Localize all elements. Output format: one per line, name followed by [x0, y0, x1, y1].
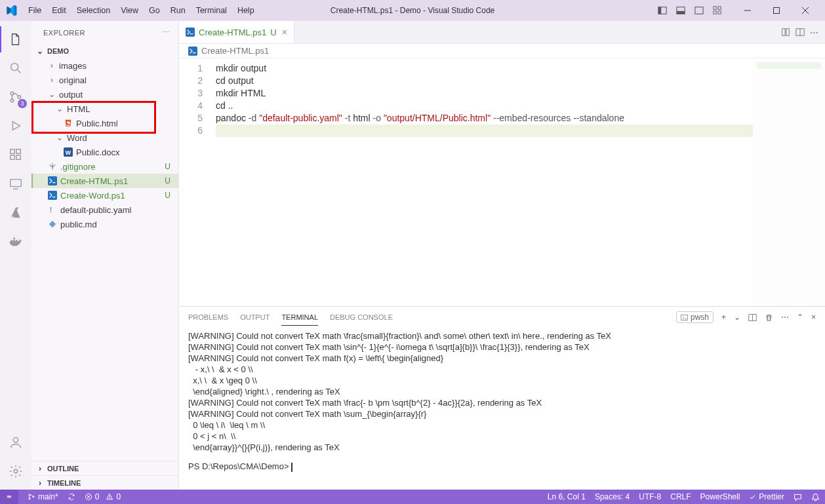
svg-point-48 — [29, 498, 30, 499]
explorer-more-icon[interactable]: ⋯ — [162, 28, 170, 37]
breadcrumb[interactable]: Create-HTML.ps1 — [179, 44, 825, 58]
svg-point-15 — [10, 92, 14, 95]
svg-point-47 — [29, 494, 30, 495]
minimize-button[interactable] — [733, 0, 762, 21]
menu-file[interactable]: File — [24, 3, 46, 18]
panel-tab-debug-console[interactable]: DEBUG CONSOLE — [330, 309, 393, 325]
compare-icon[interactable] — [781, 28, 790, 37]
scm-badge: 3 — [18, 99, 27, 108]
svg-point-30 — [13, 438, 18, 442]
menu-run[interactable]: Run — [166, 3, 190, 18]
remote-explorer-activity[interactable] — [0, 169, 31, 198]
code-editor[interactable]: 123456 mkdir output cd output mkdir HTML… — [179, 58, 825, 306]
kill-terminal-icon[interactable] — [765, 313, 773, 322]
item-label: output — [59, 90, 83, 100]
item-label: original — [59, 75, 87, 85]
git-branch[interactable]: main* — [28, 492, 58, 501]
remote-indicator[interactable] — [0, 490, 18, 504]
terminal-shell-selector[interactable]: pwsh — [676, 311, 714, 323]
chevron-right-icon: › — [47, 61, 56, 70]
folder-word[interactable]: ⌄Word — [31, 130, 178, 145]
menu-selection[interactable]: Selection — [72, 3, 115, 18]
menu-help[interactable]: Help — [233, 3, 259, 18]
folder-html[interactable]: ⌄HTML — [31, 102, 178, 116]
encoding-status[interactable]: UTF-8 — [639, 492, 661, 501]
layout-bottom-icon[interactable] — [673, 3, 689, 18]
docker-activity[interactable] — [0, 227, 31, 256]
close-tab-icon[interactable]: × — [282, 27, 287, 37]
terminal-prompt[interactable]: PS D:\Repos\CMA\Demo> — [188, 461, 816, 472]
file-public-docx[interactable]: WPublic.docx — [31, 145, 178, 159]
panel-tab-terminal[interactable]: TERMINAL — [281, 309, 318, 326]
terminal-dropdown-icon[interactable]: ⌄ — [734, 313, 740, 322]
svg-text:!: ! — [50, 206, 52, 214]
folder-original[interactable]: ›original — [31, 73, 178, 87]
prettier-status[interactable]: Prettier — [749, 492, 784, 501]
cursor-position[interactable]: Ln 6, Col 1 — [548, 492, 586, 501]
folder-output[interactable]: ⌄output — [31, 87, 178, 102]
notifications-icon[interactable] — [811, 493, 820, 501]
workspace-name: DEMO — [47, 47, 69, 55]
tab-create-html[interactable]: Create-HTML.ps1 U × — [179, 21, 294, 43]
svg-rect-43 — [188, 47, 197, 56]
svg-rect-4 — [695, 7, 703, 14]
svg-point-16 — [10, 99, 14, 102]
status-bar: main* 0 0 Ln 6, Col 1 Spaces: 4 UTF-8 CR… — [0, 490, 825, 504]
feedback-icon[interactable] — [794, 493, 802, 501]
account-activity[interactable] — [0, 428, 31, 457]
settings-activity[interactable] — [0, 457, 31, 486]
ps-icon — [47, 176, 58, 186]
more-actions-icon[interactable]: ⋯ — [810, 28, 818, 37]
svg-point-34 — [51, 165, 54, 168]
svg-rect-39 — [782, 29, 785, 36]
file-public-md[interactable]: public.md — [31, 217, 178, 231]
menu-view[interactable]: View — [116, 3, 143, 18]
eol-status[interactable]: CRLF — [670, 492, 691, 501]
new-terminal-icon[interactable]: + — [721, 313, 726, 322]
outline-section[interactable]: › OUTLINE — [31, 461, 178, 475]
language-mode[interactable]: PowerShell — [700, 492, 740, 501]
split-terminal-icon[interactable] — [748, 313, 757, 322]
terminal-output[interactable]: [WARNING] Could not convert TeX math \fr… — [179, 328, 825, 490]
maximize-button[interactable] — [762, 0, 791, 21]
explorer-activity[interactable] — [0, 25, 31, 54]
panel-more-icon[interactable]: ⋯ — [781, 313, 789, 322]
panel-tabs: PROBLEMSOUTPUTTERMINALDEBUG CONSOLE pwsh… — [179, 307, 825, 328]
close-panel-icon[interactable]: × — [811, 313, 816, 322]
folder-images[interactable]: ›images — [31, 58, 178, 73]
split-editor-icon[interactable] — [795, 28, 805, 37]
panel-tab-output[interactable]: OUTPUT — [240, 309, 270, 325]
svg-rect-29 — [13, 238, 15, 240]
svg-point-13 — [11, 64, 18, 71]
sync-status[interactable] — [68, 493, 75, 501]
file-default-public-yaml[interactable]: !default-public.yaml — [31, 203, 178, 217]
minimap[interactable] — [753, 58, 825, 306]
extensions-activity[interactable] — [0, 140, 31, 169]
menu-go[interactable]: Go — [144, 3, 165, 18]
timeline-section[interactable]: › TIMELINE — [31, 475, 178, 490]
debug-activity[interactable] — [0, 111, 31, 140]
maximize-panel-icon[interactable]: ⌃ — [797, 313, 803, 322]
close-window-button[interactable] — [791, 0, 820, 21]
menu-edit[interactable]: Edit — [47, 3, 71, 18]
indentation-status[interactable]: Spaces: 4 — [595, 492, 630, 501]
editor-tabs: Create-HTML.ps1 U × ⋯ — [179, 21, 825, 44]
azure-activity[interactable] — [0, 198, 31, 227]
file-create-html-ps1[interactable]: Create-HTML.ps1U — [31, 174, 178, 188]
layout-customize-icon[interactable] — [710, 3, 725, 18]
scm-activity[interactable]: 3 — [0, 83, 31, 111]
layout-right-icon[interactable] — [691, 3, 707, 18]
file-create-word-ps1[interactable]: Create-Word.ps1U — [31, 188, 178, 203]
explorer-section-header[interactable]: ⌄ DEMO — [31, 44, 178, 58]
layout-left-icon[interactable] — [654, 3, 670, 18]
window-title: Create-HTML.ps1 - Demo - Visual Studio C… — [331, 6, 495, 15]
menu-terminal[interactable]: Terminal — [191, 3, 231, 18]
problems-status[interactable]: 0 0 — [85, 492, 121, 501]
file-public-html[interactable]: Public.html — [31, 116, 178, 130]
svg-rect-1 — [658, 7, 661, 14]
file--gitignore[interactable]: .gitignoreU — [31, 159, 178, 174]
svg-rect-10 — [774, 8, 780, 14]
panel-tab-problems[interactable]: PROBLEMS — [188, 309, 228, 325]
yaml-icon: ! — [47, 204, 58, 215]
search-activity[interactable] — [0, 54, 31, 83]
